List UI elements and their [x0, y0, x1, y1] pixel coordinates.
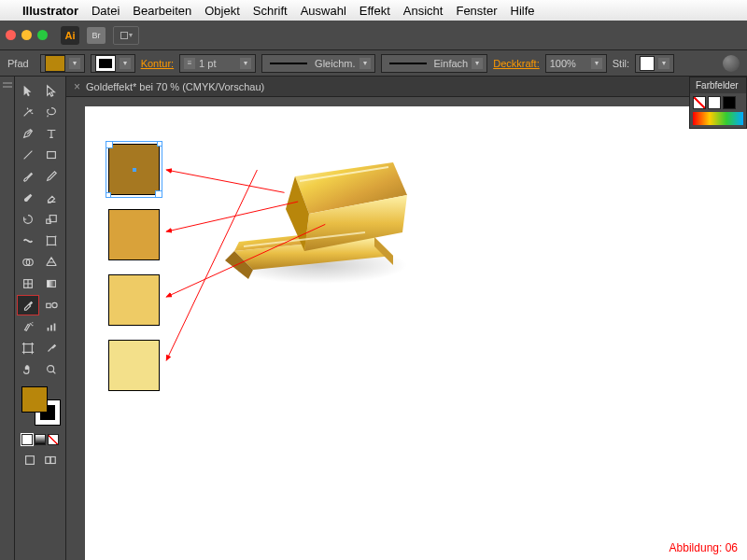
column-graph-tool[interactable]: [40, 316, 63, 337]
svg-rect-14: [50, 457, 55, 464]
free-transform-tool[interactable]: [40, 231, 63, 251]
magic-wand-tool[interactable]: [17, 102, 39, 122]
document-setup-icon[interactable]: [723, 55, 740, 72]
close-button[interactable]: [6, 30, 16, 40]
svg-rect-12: [26, 456, 35, 465]
gold-swatch-1[interactable]: [108, 144, 160, 195]
app-titlebar: Ai Br ▾: [0, 21, 747, 50]
menu-auswahl[interactable]: Auswahl: [301, 4, 346, 18]
menu-datei[interactable]: Datei: [92, 4, 120, 18]
window-controls: [6, 30, 48, 40]
svg-rect-7: [48, 281, 56, 287]
mesh-tool[interactable]: [17, 273, 39, 294]
color-mode-none[interactable]: [48, 434, 59, 445]
blob-brush-tool[interactable]: [17, 188, 39, 208]
tools-panel: [15, 77, 66, 560]
menu-schrift[interactable]: Schrift: [253, 4, 288, 18]
eraser-tool[interactable]: [40, 188, 63, 208]
canvas[interactable]: Abbildung: 06: [85, 106, 747, 560]
style-label: Stil:: [613, 58, 629, 69]
document-tab-title: Goldeffekt* bei 70 % (CMYK/Vorschau): [86, 81, 264, 92]
gold-swatch-4[interactable]: [108, 340, 160, 391]
selection-type-label: Pfad: [7, 58, 29, 69]
type-tool[interactable]: [40, 123, 63, 144]
panel-dock-left[interactable]: [0, 77, 15, 560]
eyedropper-tool[interactable]: [17, 295, 39, 315]
figure-caption: Abbildung: 06: [669, 541, 738, 554]
svg-point-9: [52, 302, 57, 307]
direct-selection-tool[interactable]: [40, 80, 63, 101]
rectangle-tool[interactable]: [40, 145, 63, 165]
symbol-sprayer-tool[interactable]: [17, 316, 39, 337]
stroke-label: Kontur:: [141, 58, 174, 69]
swatches-panel-title: Farbfelder: [690, 77, 746, 93]
screen-mode-toggle[interactable]: [41, 452, 60, 469]
svg-point-11: [48, 366, 54, 372]
control-bar: Pfad ▾ ▾ Kontur: ≡▾ Gleichm.▾ Einfach▾ D…: [0, 50, 747, 77]
fill-color-indicator[interactable]: [21, 386, 48, 413]
swatch-none[interactable]: [693, 96, 706, 109]
selection-tool[interactable]: [17, 80, 39, 101]
stroke-color-dropdown[interactable]: ▾: [91, 54, 135, 73]
svg-rect-13: [46, 457, 50, 464]
paintbrush-tool[interactable]: [17, 166, 39, 187]
gold-swatch-3[interactable]: [108, 274, 160, 326]
swatch-black[interactable]: [723, 96, 736, 109]
stroke-dash-dropdown[interactable]: Gleichm.▾: [261, 54, 374, 73]
close-tab-icon[interactable]: ×: [74, 80, 80, 93]
gold-swatch-2[interactable]: [108, 209, 160, 260]
stroke-weight-dropdown[interactable]: ≡▾: [179, 54, 256, 73]
graphic-style-dropdown[interactable]: ▾: [635, 54, 674, 73]
rotate-tool[interactable]: [17, 209, 39, 230]
bridge-button[interactable]: Br: [87, 27, 106, 44]
arrange-documents-button[interactable]: ▾: [113, 26, 139, 45]
minimize-button[interactable]: [21, 30, 32, 40]
opacity-dropdown[interactable]: ▾: [545, 54, 607, 73]
lasso-tool[interactable]: [40, 102, 63, 122]
menu-bearbeiten[interactable]: Bearbeiten: [133, 4, 191, 18]
pen-tool[interactable]: [17, 123, 39, 144]
fill-stroke-indicator[interactable]: [20, 385, 61, 426]
opacity-label: Deckkraft:: [493, 58, 540, 69]
menu-ansicht[interactable]: Ansicht: [403, 4, 444, 18]
stroke-profile-dropdown[interactable]: Einfach▾: [381, 54, 488, 73]
perspective-grid-tool[interactable]: [40, 252, 63, 273]
swatch-white[interactable]: [708, 96, 721, 109]
pencil-tool[interactable]: [40, 166, 63, 187]
swatch-spectrum[interactable]: [693, 112, 743, 125]
macos-menubar: Illustrator Datei Bearbeiten Objekt Schr…: [0, 0, 747, 21]
scale-tool[interactable]: [40, 209, 63, 230]
line-segment-tool[interactable]: [17, 145, 39, 165]
hand-tool[interactable]: [17, 359, 39, 380]
app-name[interactable]: Illustrator: [22, 4, 78, 18]
svg-rect-3: [48, 237, 56, 245]
gradient-tool[interactable]: [40, 273, 63, 294]
shape-builder-tool[interactable]: [17, 252, 39, 273]
color-mode-row: [17, 434, 63, 445]
artboard-tool[interactable]: [17, 338, 39, 358]
color-mode-solid[interactable]: [21, 434, 33, 445]
stroke-weight-input[interactable]: [199, 58, 236, 69]
menu-hilfe[interactable]: Hilfe: [511, 4, 535, 18]
zoom-tool[interactable]: [40, 359, 63, 380]
sample-arrows: [85, 106, 747, 560]
menu-objekt[interactable]: Objekt: [204, 4, 240, 18]
opacity-input[interactable]: [550, 58, 587, 69]
menu-effekt[interactable]: Effekt: [359, 4, 390, 18]
zoom-button[interactable]: [37, 30, 48, 40]
svg-rect-8: [47, 303, 50, 307]
svg-rect-10: [24, 344, 33, 353]
width-tool[interactable]: [17, 231, 39, 251]
fill-color-dropdown[interactable]: ▾: [40, 54, 85, 73]
document-tab[interactable]: × Goldeffekt* bei 70 % (CMYK/Vorschau): [66, 77, 747, 97]
document-area: × Goldeffekt* bei 70 % (CMYK/Vorschau): [66, 77, 747, 560]
screen-mode-normal[interactable]: [21, 452, 39, 469]
swatches-panel[interactable]: Farbfelder: [689, 77, 747, 129]
blend-tool[interactable]: [40, 295, 63, 315]
gold-bars-image: [206, 144, 412, 293]
color-mode-gradient[interactable]: [35, 434, 46, 445]
illustrator-badge-icon: Ai: [61, 26, 79, 45]
menu-fenster[interactable]: Fenster: [456, 4, 497, 18]
svg-rect-0: [48, 152, 56, 159]
slice-tool[interactable]: [40, 338, 63, 358]
